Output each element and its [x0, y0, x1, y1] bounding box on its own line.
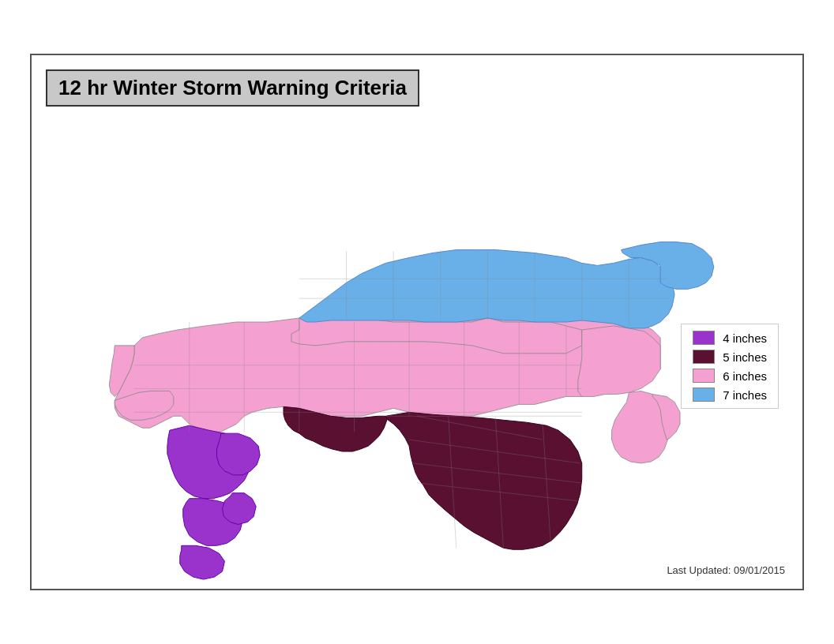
svg-marker-13 — [222, 493, 256, 525]
map-frame: 12 hr Winter Storm Warning Criteria — [30, 54, 804, 590]
legend-label-4inches: 4 inches — [723, 331, 767, 345]
svg-marker-11 — [180, 545, 225, 579]
outer-container: 12 hr Winter Storm Warning Criteria — [0, 0, 834, 644]
map-title: 12 hr Winter Storm Warning Criteria — [46, 69, 419, 107]
region-7inches — [299, 242, 714, 328]
legend-item-6inches: 6 inches — [693, 369, 767, 383]
coastal-detail — [612, 391, 680, 462]
legend-color-4inches — [693, 331, 715, 345]
legend-color-6inches — [693, 369, 715, 383]
region-5inches — [284, 406, 582, 549]
svg-marker-12 — [217, 433, 261, 475]
svg-marker-2 — [578, 326, 660, 396]
region-4inches — [167, 425, 260, 579]
region-6inches — [109, 314, 660, 432]
legend-color-7inches — [693, 388, 715, 402]
legend-label-6inches: 6 inches — [723, 369, 767, 383]
svg-marker-5 — [299, 250, 674, 328]
legend: 4 inches 5 inches 6 inches 7 inches — [681, 324, 779, 409]
legend-item-7inches: 7 inches — [693, 388, 767, 402]
legend-item-4inches: 4 inches — [693, 331, 767, 345]
legend-label-5inches: 5 inches — [723, 350, 767, 364]
legend-label-7inches: 7 inches — [723, 388, 767, 402]
map-svg — [32, 55, 802, 589]
last-updated: Last Updated: 09/01/2015 — [667, 564, 785, 576]
legend-item-5inches: 5 inches — [693, 350, 767, 364]
svg-marker-7 — [385, 412, 582, 549]
legend-color-5inches — [693, 350, 715, 364]
